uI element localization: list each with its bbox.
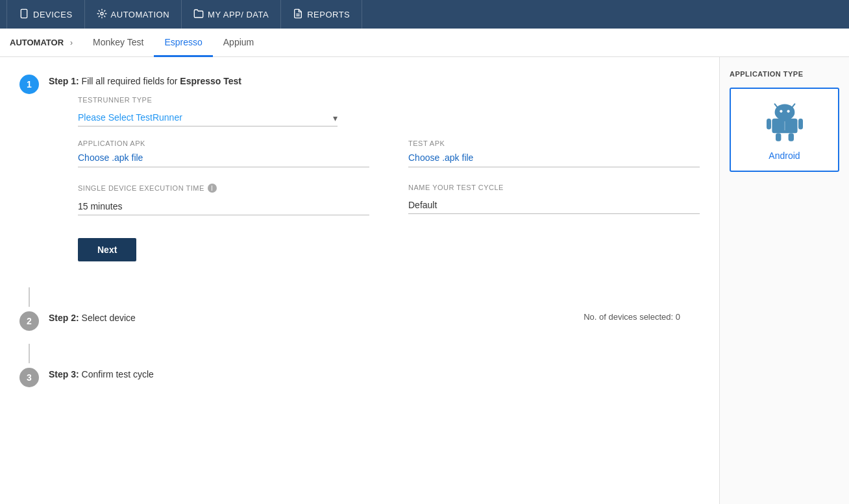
step3-title: Step 3:	[49, 369, 79, 379]
nav-my-app[interactable]: MY APP/ DATA	[182, 0, 281, 29]
step3-label: Step 3: Confirm test cycle	[49, 366, 154, 379]
sub-navigation: AUTOMATOR › Monkey Test Espresso Appium	[0, 29, 849, 57]
nav-myapp-label: MY APP/ DATA	[208, 10, 269, 19]
testrunner-label: TESTRUNNER TYPE	[78, 96, 700, 104]
step-connector-2	[29, 344, 30, 363]
svg-rect-14	[788, 133, 793, 141]
test-cycle-col: NAME YOUR TEST CYCLE	[408, 184, 700, 215]
svg-point-9	[787, 110, 789, 113]
step1-highlight: Espresso Test	[180, 76, 241, 86]
step1-content: Step 1: Fill all required fields for Esp…	[49, 73, 700, 274]
time-cycle-row: SINGLE DEVICE EXECUTION TIME i NAME YOUR…	[78, 184, 700, 215]
step2-title: Step 2:	[49, 313, 79, 323]
step2-label: Step 2: Select device	[49, 310, 136, 323]
tab-monkey-test[interactable]: Monkey Test	[82, 29, 154, 57]
nav-automation-label: AUTOMATION	[111, 10, 169, 19]
nav-devices-label: DEVICES	[33, 10, 73, 19]
test-apk-col: TEST APK Choose .apk file	[408, 139, 700, 167]
folder-icon	[193, 8, 204, 21]
tab-appium[interactable]: Appium	[213, 29, 264, 57]
step-connector-1	[29, 287, 30, 307]
svg-rect-13	[776, 133, 781, 141]
sidebar-title: APPLICATION TYPE	[730, 70, 839, 78]
testrunner-section: TESTRUNNER TYPE Please Select TestRunner…	[78, 96, 700, 126]
svg-point-8	[780, 110, 782, 113]
choose-test-apk-link[interactable]: Choose .apk file	[408, 152, 700, 167]
step2-row: Step 2: Select device No. of devices sel…	[49, 310, 700, 323]
testrunner-select[interactable]: Please Select TestRunner	[78, 109, 338, 126]
svg-point-7	[774, 104, 794, 120]
nav-devices[interactable]: DEVICES	[6, 0, 85, 29]
step3-number: 3	[27, 372, 32, 383]
breadcrumb-arrow: ›	[70, 38, 73, 47]
step3-container: 3 Step 3: Confirm test cycle	[19, 366, 700, 387]
automation-icon	[97, 8, 107, 21]
tab-espresso[interactable]: Espresso	[154, 29, 212, 57]
step3-desc: Confirm test cycle	[82, 369, 154, 379]
step1-number: 1	[27, 79, 32, 90]
test-cycle-input[interactable]	[408, 197, 700, 214]
execution-time-input[interactable]	[78, 198, 369, 215]
test-apk-label: TEST APK	[408, 139, 700, 147]
breadcrumb: AUTOMATOR	[10, 38, 64, 47]
execution-time-text: SINGLE DEVICE EXECUTION TIME	[78, 184, 204, 192]
content-area: 1 Step 1: Fill all required fields for E…	[0, 57, 719, 504]
svg-rect-0	[21, 9, 27, 18]
info-icon[interactable]: i	[208, 184, 217, 193]
choose-app-apk-link[interactable]: Choose .apk file	[78, 152, 369, 167]
svg-point-2	[101, 12, 103, 15]
svg-rect-11	[767, 119, 771, 130]
app-type-android-label: Android	[769, 150, 800, 161]
sub-nav-tabs: Monkey Test Espresso Appium	[82, 29, 264, 56]
step3-circle: 3	[19, 368, 39, 387]
nav-reports-label: REPORTS	[307, 10, 350, 19]
app-apk-col: APPLICATION APK Choose .apk file	[78, 139, 369, 167]
execution-time-col: SINGLE DEVICE EXECUTION TIME i	[78, 184, 369, 215]
nav-reports[interactable]: REPORTS	[281, 0, 362, 29]
app-type-card[interactable]: Android	[730, 88, 839, 172]
step2-desc: Select device	[82, 313, 136, 323]
top-navigation: DEVICES AUTOMATION MY APP/ DATA REPORTS	[0, 0, 849, 29]
devices-icon	[19, 8, 29, 21]
nav-automation[interactable]: AUTOMATION	[85, 0, 182, 29]
step2-circle: 2	[19, 311, 39, 331]
sidebar: APPLICATION TYPE	[719, 57, 849, 504]
step1-title: Step 1:	[49, 76, 79, 86]
reports-icon	[293, 8, 303, 21]
apk-row: APPLICATION APK Choose .apk file TEST AP…	[78, 139, 700, 167]
step1-desc: Fill all required fields for	[82, 76, 180, 86]
step1-circle: 1	[19, 75, 39, 94]
step2-number: 2	[27, 316, 32, 326]
devices-selected-count: No. of devices selected: 0	[584, 312, 680, 322]
app-apk-label: APPLICATION APK	[78, 139, 369, 147]
android-robot-icon	[762, 99, 807, 144]
step1-label: Step 1: Fill all required fields for Esp…	[49, 73, 700, 86]
main-layout: 1 Step 1: Fill all required fields for E…	[0, 57, 849, 504]
execution-time-label: SINGLE DEVICE EXECUTION TIME i	[78, 184, 369, 193]
svg-rect-12	[798, 119, 803, 130]
testrunner-select-wrapper: Please Select TestRunner ▾	[78, 109, 338, 126]
step1-form: TESTRUNNER TYPE Please Select TestRunner…	[78, 96, 700, 274]
test-cycle-label: NAME YOUR TEST CYCLE	[408, 184, 700, 191]
step1-container: 1 Step 1: Fill all required fields for E…	[19, 73, 700, 274]
next-button[interactable]: Next	[78, 238, 136, 261]
step2-container: 2 Step 2: Select device No. of devices s…	[19, 310, 700, 331]
